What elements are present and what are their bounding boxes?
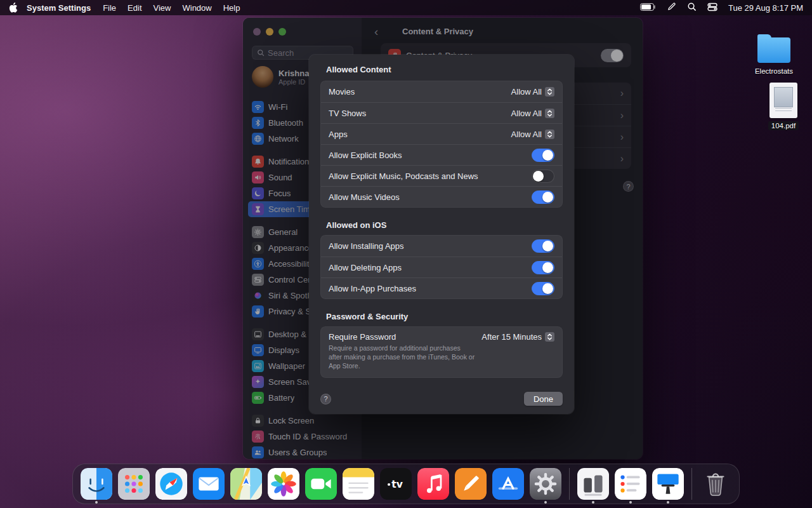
dock-pages[interactable] — [455, 468, 487, 500]
dock-separator — [569, 468, 570, 500]
jars-app-icon — [577, 468, 609, 500]
battery-icon[interactable] — [640, 3, 656, 13]
setting-row-require-password: Require PasswordRequire a password for a… — [321, 327, 562, 377]
toggle-allow-music-videos[interactable] — [532, 190, 554, 204]
menu-file[interactable]: File — [103, 3, 116, 13]
sidebar-item-users-groups[interactable]: Users & Groups — [248, 444, 357, 459]
dock-notes[interactable] — [343, 468, 374, 500]
popup-movies[interactable]: Allow All — [511, 87, 554, 97]
dock-reminders[interactable] — [615, 468, 646, 500]
setting-row-apps: AppsAllow All — [321, 123, 562, 144]
close-button[interactable] — [253, 28, 261, 36]
popup-require-password[interactable]: After 15 Minutes — [481, 332, 554, 342]
toggle-allow-deleting-apps[interactable] — [532, 261, 554, 274]
folder-icon — [757, 37, 790, 63]
users-icon — [252, 446, 264, 458]
pages-icon — [455, 468, 487, 500]
siri-icon — [252, 290, 264, 302]
menubar-status-area: Tue 29 Aug 8:17 PM — [640, 2, 803, 14]
content-help-button[interactable]: ? — [623, 181, 634, 192]
safari-icon — [155, 468, 187, 500]
spotlight-search-icon[interactable] — [687, 2, 697, 13]
menu-edit[interactable]: Edit — [128, 3, 141, 13]
apple-menu[interactable] — [9, 3, 18, 13]
back-chevron-icon[interactable] — [374, 25, 378, 38]
dock-safari[interactable] — [155, 468, 187, 500]
avatar — [252, 66, 273, 88]
sheet-footer: ? Done — [320, 392, 563, 406]
dock-photos[interactable] — [268, 468, 299, 500]
hand-icon — [252, 305, 264, 318]
running-indicator — [629, 501, 632, 504]
keynote-icon — [652, 468, 684, 500]
zoom-button[interactable] — [278, 28, 286, 36]
toggle-allow-in-app-purchases[interactable] — [532, 282, 554, 295]
running-indicator — [667, 501, 669, 504]
desktop: System Settings FileEditViewWindowHelp T… — [0, 0, 812, 508]
chevron-right-icon — [620, 153, 624, 164]
setting-row-allow-music-videos: Allow Music Videos — [321, 186, 562, 207]
dock-music[interactable] — [417, 468, 449, 500]
dock-appletv[interactable]: tv — [380, 468, 412, 500]
control-center-icon[interactable] — [707, 2, 717, 14]
pdf-file-icon — [769, 83, 797, 118]
toggle-allow-explicit-music-podcasts-and-news[interactable] — [532, 170, 554, 183]
appletv-icon: tv — [380, 468, 412, 500]
sidebar-item-lock-screen[interactable]: Lock Screen — [248, 413, 357, 429]
done-button[interactable]: Done — [524, 392, 563, 406]
popup-tv-shows[interactable]: Allow All — [511, 109, 554, 118]
content-privacy-toggle[interactable] — [601, 49, 624, 62]
page-title: Content & Privacy — [402, 27, 473, 36]
minimize-button[interactable] — [266, 28, 273, 36]
wifi-icon — [252, 101, 264, 113]
sidebar-item-touch-id-password[interactable]: Touch ID & Password — [248, 429, 357, 444]
menubar-app-name[interactable]: System Settings — [27, 3, 91, 13]
appstore-icon — [492, 468, 524, 500]
stepper-icon — [545, 87, 554, 97]
photos-icon — [268, 468, 299, 500]
toggle-allow-installing-apps[interactable] — [532, 239, 554, 253]
dock-finder[interactable] — [81, 468, 112, 500]
sheet-title: Allowed Content — [326, 65, 563, 74]
popup-apps[interactable]: Allow All — [511, 130, 554, 139]
hourglass-icon — [252, 203, 264, 215]
mail-icon — [193, 468, 225, 500]
music-icon — [417, 468, 449, 500]
stepper-icon — [545, 130, 554, 139]
desktop-file-pdf[interactable]: 104.pdf — [752, 83, 812, 130]
dock: tv — [72, 464, 740, 504]
dock-mail[interactable] — [193, 468, 225, 500]
apple-icon — [9, 3, 18, 13]
desktop-folder-electrostats[interactable]: Electrostats — [742, 33, 806, 75]
toggle-allow-explicit-books[interactable] — [532, 149, 554, 162]
allowed-content-sheet: Allowed Content MoviesAllow AllTV ShowsA… — [309, 55, 574, 414]
menubar-clock[interactable]: Tue 29 Aug 8:17 PM — [728, 3, 803, 13]
appearance-icon — [252, 242, 264, 254]
section-header-password-security: Password & Security — [326, 312, 563, 321]
dock-trash[interactable] — [700, 468, 731, 500]
dock-settings[interactable] — [530, 468, 561, 500]
pencil-icon[interactable] — [667, 2, 676, 13]
menu-bar: System Settings FileEditViewWindowHelp T… — [0, 0, 812, 15]
notes-icon — [343, 468, 374, 500]
facetime-icon — [305, 468, 337, 500]
bluetooth-icon — [252, 117, 264, 129]
dock-keynote[interactable] — [652, 468, 684, 500]
speaker-icon — [252, 171, 264, 184]
setting-row-tv-shows: TV ShowsAllow All — [321, 102, 562, 123]
setting-row-allow-in-app-purchases: Allow In-App Purchases — [321, 277, 562, 298]
dock-appstore[interactable] — [492, 468, 524, 500]
display-icon — [252, 344, 264, 356]
dock-maps[interactable] — [230, 468, 262, 500]
menu-help[interactable]: Help — [223, 3, 240, 13]
trash-icon — [700, 468, 731, 500]
menu-view[interactable]: View — [154, 3, 171, 13]
menu-window[interactable]: Window — [182, 3, 211, 13]
sheet-help-button[interactable]: ? — [320, 394, 331, 404]
dock-jars-app[interactable] — [577, 468, 609, 500]
dock-facetime[interactable] — [305, 468, 337, 500]
content-header: Content & Privacy — [362, 25, 643, 39]
running-indicator — [544, 501, 547, 504]
launchpad-icon — [118, 468, 150, 500]
dock-launchpad[interactable] — [118, 468, 150, 500]
